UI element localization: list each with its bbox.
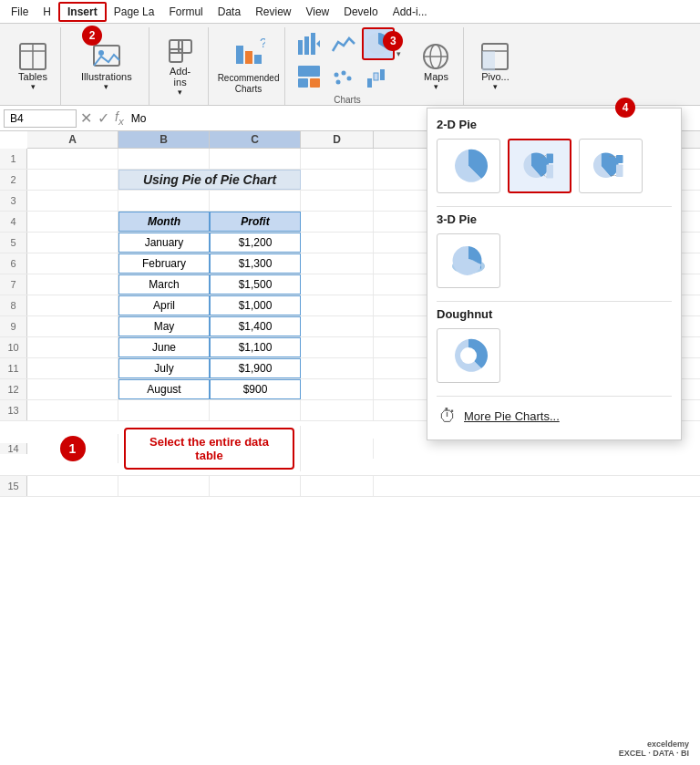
cell-d6[interactable] [301,253,374,274]
tables-button[interactable]: Tables ▾ [13,38,53,95]
svg-rect-7 [170,49,182,62]
recommended-charts-group[interactable]: ? RecommendedCharts [212,27,286,105]
confirm-icon[interactable]: ✓ [98,109,109,127]
cell-b8[interactable]: April [118,295,210,315]
menu-home[interactable]: H [36,4,58,20]
cell-d14[interactable] [301,439,374,459]
cell-a12[interactable] [27,379,118,399]
cell-a4[interactable] [27,212,118,232]
svg-rect-5 [170,40,182,53]
menu-developer[interactable]: Develo [336,4,385,20]
cell-c12[interactable]: $900 [210,379,301,399]
cell-c13[interactable] [210,400,301,420]
cell-a9[interactable] [27,316,118,336]
menu-formulas[interactable]: Formul [161,4,210,20]
cell-d4[interactable] [301,212,374,232]
cell-c3[interactable] [210,191,301,211]
cell-b5[interactable]: January [118,233,210,253]
cell-c4-header[interactable]: Profit [210,212,301,232]
cell-c6[interactable]: $1,300 [210,253,301,274]
cell-a2[interactable] [27,170,118,190]
pivot-label: Pivo... [481,71,510,82]
cell-b7[interactable]: March [118,274,210,295]
cell-b15[interactable] [118,476,210,496]
cell-c9[interactable]: $1,400 [210,316,301,336]
cell-d12[interactable] [301,379,374,399]
cell-c11[interactable]: $1,900 [210,358,301,378]
cell-c1[interactable] [210,149,301,169]
cell-b10[interactable]: June [118,337,210,357]
cancel-icon[interactable]: ✕ [80,109,92,127]
donut-option[interactable] [437,328,500,383]
bar-of-pie-option[interactable] [579,139,643,193]
more-charts-row[interactable]: ⏱ More Pie Charts... [437,402,672,430]
cell-a6[interactable] [27,253,118,274]
cell-a1[interactable] [27,149,118,169]
cell-b14[interactable]: Select the entire data table [118,426,301,471]
cell-d5[interactable] [301,233,374,253]
bar-chart-button[interactable] [293,27,325,60]
cell-a11[interactable] [27,358,118,378]
cell-b6[interactable]: February [118,253,210,274]
cell-d9[interactable] [301,316,374,336]
cell-b4-header[interactable]: Month [118,212,210,232]
name-box[interactable] [4,109,77,128]
menu-view[interactable]: View [298,4,336,20]
menu-review[interactable]: Review [248,4,298,20]
more-charts-label[interactable]: More Pie Charts... [464,409,560,423]
cell-a15[interactable] [27,476,118,496]
cell-a8[interactable] [27,295,118,315]
cell-d8[interactable] [301,295,374,315]
cell-c15[interactable] [210,476,301,496]
cell-a10[interactable] [27,337,118,357]
cell-b11[interactable]: July [118,358,210,378]
cell-d7[interactable] [301,274,374,295]
cell-d3[interactable] [301,191,374,211]
cell-d13[interactable] [301,400,374,420]
cell-a7[interactable] [27,274,118,295]
cell-a5[interactable] [27,233,118,253]
line-chart-button[interactable] [327,27,360,60]
menu-data[interactable]: Data [211,4,248,20]
pie-3d-option[interactable] [437,233,500,288]
cell-c5[interactable]: $1,200 [210,233,301,253]
col-header-c[interactable]: C [210,131,301,148]
cell-d10[interactable] [301,337,374,357]
addins-button[interactable]: Add-ins ▾ [160,33,201,100]
col-header-b[interactable]: B [118,131,210,148]
cell-c8[interactable]: $1,000 [210,295,301,315]
illustrations-button[interactable]: Illustrations ▾ [76,38,138,95]
cell-b2-title[interactable]: Using Pie of Pie Chart [118,170,301,190]
pivot-button[interactable]: Pivo... ▾ [475,38,515,95]
maps-button[interactable]: Maps ▾ [416,38,456,95]
cell-a14[interactable]: 1 [27,434,118,463]
cell-b13[interactable] [118,400,210,420]
menu-pagelayout[interactable]: Page La [107,4,162,20]
cell-b12[interactable]: August [118,379,210,399]
cell-b1[interactable] [118,149,210,169]
scatter-chart-button[interactable] [327,60,360,93]
menu-addins[interactable]: Add-i... [386,4,435,20]
cell-c7[interactable]: $1,500 [210,274,301,295]
cell-a13[interactable] [27,400,118,420]
cell-c10[interactable]: $1,100 [210,337,301,357]
col-header-d[interactable]: D [301,131,374,148]
pie-of-pie-option[interactable] [508,139,571,193]
cell-d2[interactable] [301,170,374,190]
pie-regular-option[interactable] [437,139,500,193]
waterfall-chart-button[interactable] [362,60,395,93]
maps-icon [421,42,450,71]
row-num-7: 7 [0,274,27,295]
col-header-a[interactable]: A [27,131,118,148]
menu-file[interactable]: File [4,4,36,20]
cell-d15[interactable] [301,476,374,496]
cell-a3[interactable] [27,191,118,211]
cell-d1[interactable] [301,149,374,169]
cell-d11[interactable] [301,358,374,378]
hierarchy-chart-button[interactable] [293,60,325,93]
cell-b9[interactable]: May [118,316,210,336]
menu-insert[interactable]: Insert [58,2,107,22]
cell-b3[interactable] [118,191,210,211]
function-icon[interactable]: fx [115,109,124,127]
section-2d-title: 2-D Pie [437,118,672,131]
